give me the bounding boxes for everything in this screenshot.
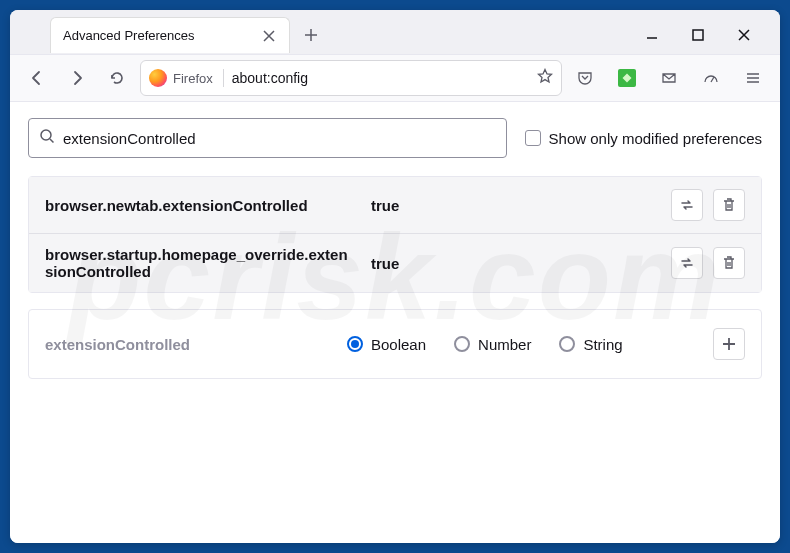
identity-box[interactable]: Firefox — [149, 69, 224, 87]
toggle-button[interactable] — [671, 189, 703, 221]
menu-button[interactable] — [736, 61, 770, 95]
url-bar[interactable]: Firefox about:config — [140, 60, 562, 96]
pref-name: browser.newtab.extensionControlled — [45, 197, 355, 214]
pocket-icon[interactable] — [568, 61, 602, 95]
radio-string[interactable]: String — [559, 336, 622, 353]
extension-icon[interactable] — [610, 61, 644, 95]
type-radio-group: Boolean Number String — [347, 336, 691, 353]
pref-row: browser.newtab.extensionControlled true — [29, 177, 761, 234]
search-input[interactable] — [63, 130, 496, 147]
toolbar-icons — [568, 61, 770, 95]
pref-table: browser.newtab.extensionControlled true … — [28, 176, 762, 293]
new-pref-row: extensionControlled Boolean Number Strin… — [28, 309, 762, 379]
radio-icon — [559, 336, 575, 352]
mail-icon[interactable] — [652, 61, 686, 95]
close-icon[interactable] — [261, 28, 277, 44]
identity-label: Firefox — [173, 71, 213, 86]
radio-label: Boolean — [371, 336, 426, 353]
search-box[interactable] — [28, 118, 507, 158]
close-window-button[interactable] — [730, 21, 758, 49]
back-button[interactable] — [20, 61, 54, 95]
forward-button[interactable] — [60, 61, 94, 95]
radio-icon — [347, 336, 363, 352]
add-button[interactable] — [713, 328, 745, 360]
radio-boolean[interactable]: Boolean — [347, 336, 426, 353]
pref-actions — [671, 247, 745, 279]
checkbox-icon[interactable] — [525, 130, 541, 146]
delete-button[interactable] — [713, 247, 745, 279]
pref-actions — [671, 189, 745, 221]
url-text: about:config — [232, 70, 529, 86]
about-config-content: Show only modified preferences browser.n… — [10, 102, 780, 543]
pref-row: browser.startup.homepage_override.extens… — [29, 234, 761, 292]
radio-number[interactable]: Number — [454, 336, 531, 353]
svg-point-1 — [41, 130, 51, 140]
new-tab-button[interactable] — [296, 20, 326, 50]
tab-active[interactable]: Advanced Preferences — [50, 17, 290, 53]
pref-value: true — [371, 255, 655, 272]
show-modified-label: Show only modified preferences — [549, 130, 762, 147]
reload-button[interactable] — [100, 61, 134, 95]
new-pref-name: extensionControlled — [45, 336, 325, 353]
window-controls — [638, 21, 772, 49]
search-row: Show only modified preferences — [28, 118, 762, 158]
radio-label: Number — [478, 336, 531, 353]
radio-icon — [454, 336, 470, 352]
maximize-button[interactable] — [684, 21, 712, 49]
toggle-button[interactable] — [671, 247, 703, 279]
show-modified-toggle[interactable]: Show only modified preferences — [525, 130, 762, 147]
delete-button[interactable] — [713, 189, 745, 221]
browser-window: Advanced Preferences — [10, 10, 780, 543]
tab-bar: Advanced Preferences — [10, 10, 780, 54]
bookmark-star-icon[interactable] — [537, 68, 553, 88]
firefox-icon — [149, 69, 167, 87]
search-icon — [39, 128, 55, 148]
radio-label: String — [583, 336, 622, 353]
pref-value: true — [371, 197, 655, 214]
svg-rect-0 — [693, 30, 703, 40]
nav-bar: Firefox about:config — [10, 54, 780, 102]
tab-title: Advanced Preferences — [63, 28, 253, 43]
gauge-icon[interactable] — [694, 61, 728, 95]
minimize-button[interactable] — [638, 21, 666, 49]
pref-name: browser.startup.homepage_override.extens… — [45, 246, 355, 280]
